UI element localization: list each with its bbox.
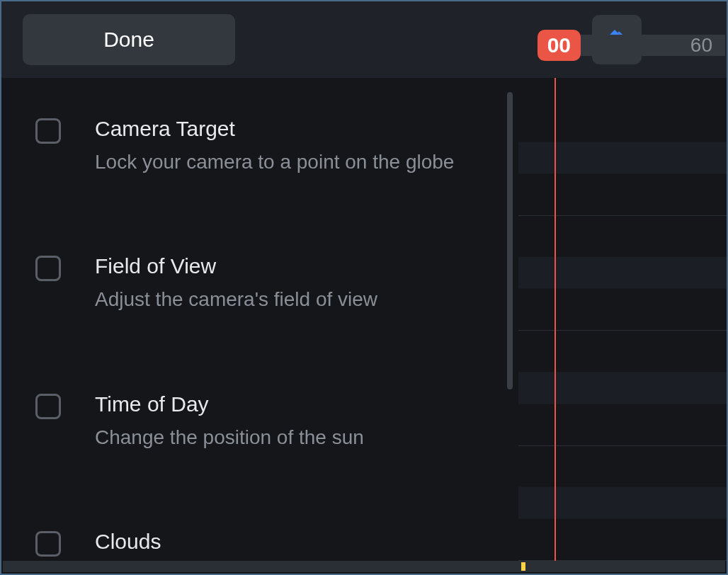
scrollbar-thumb[interactable] <box>521 562 525 571</box>
track-lane <box>518 372 727 404</box>
playhead-value: 00 <box>547 35 571 56</box>
effect-title: Clouds <box>95 530 161 554</box>
effect-text-group: Clouds <box>95 530 161 561</box>
ruler-track[interactable]: 60 <box>576 35 725 56</box>
bottom-bar-spacer <box>3 561 520 572</box>
effects-scrollbar[interactable] <box>507 92 513 389</box>
effects-list: Camera Target Lock your camera to a poin… <box>1 78 518 561</box>
done-button[interactable]: Done <box>23 14 235 65</box>
effect-description: Adjust the camera's field of view <box>95 287 377 312</box>
effect-title: Time of Day <box>95 392 364 416</box>
effect-title: Camera Target <box>95 117 454 141</box>
effect-title: Field of View <box>95 254 377 278</box>
effect-item-clouds: Clouds <box>1 530 518 561</box>
track-lane <box>518 142 727 173</box>
checkbox-clouds[interactable] <box>35 531 61 557</box>
timeline-ruler[interactable]: 00 60 <box>538 30 725 61</box>
playhead-line[interactable] <box>554 78 556 561</box>
effect-description: Change the position of the sun <box>95 425 364 450</box>
timeline-track-time-of-day[interactable] <box>518 331 727 446</box>
content-area: Camera Target Lock your camera to a poin… <box>1 78 727 561</box>
effects-panel: Camera Target Lock your camera to a poin… <box>1 78 518 561</box>
checkbox-time-of-day[interactable] <box>35 394 61 419</box>
toolbar: Done 00 60 <box>1 1 727 78</box>
effect-item-field-of-view: Field of View Adjust the camera's field … <box>1 254 518 312</box>
done-button-label: Done <box>103 28 154 52</box>
playhead-badge[interactable]: 00 <box>538 30 581 61</box>
bottom-scrollbar[interactable] <box>3 561 725 572</box>
track-lane <box>518 257 727 289</box>
track-lane <box>518 487 727 519</box>
effect-description: Lock your camera to a point on the globe <box>95 149 454 175</box>
effect-item-camera-target: Camera Target Lock your camera to a poin… <box>1 117 518 175</box>
effect-item-time-of-day: Time of Day Change the position of the s… <box>1 392 518 450</box>
timeline-track-clouds[interactable] <box>518 446 727 562</box>
timeline-panel[interactable] <box>518 78 727 561</box>
effect-text-group: Time of Day Change the position of the s… <box>95 392 364 450</box>
checkbox-camera-target[interactable] <box>35 118 61 144</box>
timeline-track-camera-target[interactable] <box>518 101 727 216</box>
effect-text-group: Field of View Adjust the camera's field … <box>95 254 377 312</box>
timeline-track-field-of-view[interactable] <box>518 216 727 331</box>
effect-text-group: Camera Target Lock your camera to a poin… <box>95 117 454 175</box>
ruler-mark-60: 60 <box>690 34 712 57</box>
checkbox-field-of-view[interactable] <box>35 256 61 281</box>
